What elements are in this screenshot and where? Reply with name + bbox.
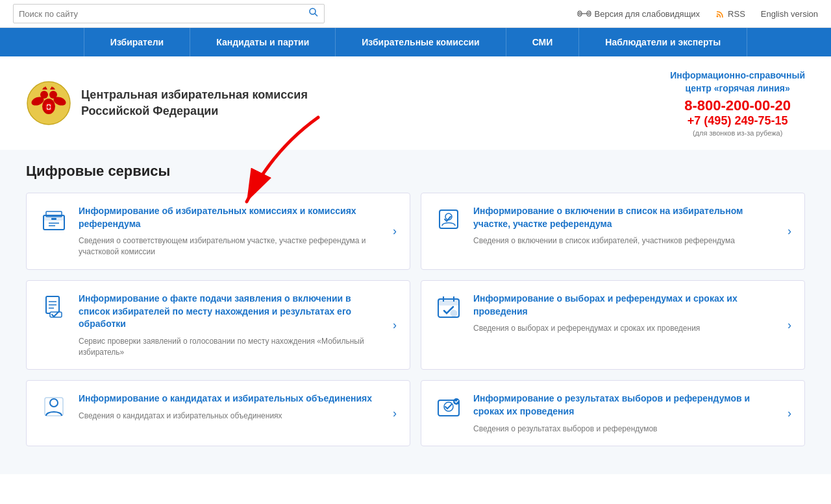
rss-label: RSS	[728, 9, 745, 19]
card-arrow-icon: ›	[384, 224, 397, 238]
checklist-icon	[434, 205, 463, 234]
card-arrow-icon: ›	[384, 407, 397, 420]
svg-point-0	[310, 8, 316, 14]
card-title: Информирование о результатах выборов и р…	[473, 392, 768, 418]
card-arrow-icon: ›	[778, 224, 791, 238]
nav-item-media[interactable]: СМИ	[506, 28, 580, 56]
svg-point-40	[50, 399, 58, 407]
nav-item-observers[interactable]: Наблюдатели и эксперты	[579, 28, 747, 56]
card-desc: Сервис проверки заявлений о голосовании …	[79, 336, 373, 358]
card-voter-list-info[interactable]: Информирование о включении в список на и…	[421, 193, 805, 270]
hotline-phone-1: 8-800-200-00-20	[670, 97, 805, 114]
card-title: Информирование о факте подачи заявления …	[79, 293, 373, 331]
header-section: Центральная избирательная комиссия Росси…	[0, 56, 831, 150]
card-arrow-icon: ›	[778, 318, 791, 332]
card-desc: Сведения о соответствующем избирательном…	[79, 235, 373, 258]
nav-item-voters[interactable]: Избиратели	[84, 28, 190, 56]
nav-item-commissions[interactable]: Избирательные комиссии	[336, 28, 506, 56]
calendar-check-icon	[434, 293, 463, 321]
org-name: Центральная избирательная комиссия Росси…	[81, 87, 308, 119]
nav-item-candidates[interactable]: Кандидаты и партии	[190, 28, 336, 56]
services-grid: Информирование об избирательных комиссия…	[26, 193, 805, 446]
search-button[interactable]	[308, 7, 319, 20]
card-content: Информирование о включении в список на и…	[473, 205, 768, 246]
hotline-area: Информационно-справочный центр «горячая …	[670, 69, 805, 137]
card-content: Информирование об избирательных комиссия…	[79, 205, 373, 258]
svg-point-20	[47, 105, 51, 109]
main-navigation: Избиратели Кандидаты и партии Избиратель…	[0, 28, 831, 56]
card-title: Информирование о включении в список на и…	[473, 205, 768, 230]
card-application-info[interactable]: Информирование о факте подачи заявления …	[26, 280, 410, 370]
svg-point-12	[40, 91, 48, 99]
title-wrapper: Цифровые сервисы	[26, 163, 805, 180]
rss-link[interactable]: RSS	[715, 9, 745, 19]
document-list-icon	[40, 293, 68, 321]
svg-point-13	[49, 91, 57, 99]
search-container	[13, 4, 325, 23]
card-content: Информирование о выборах и референдумах …	[473, 293, 768, 334]
emblem-icon	[26, 80, 71, 126]
card-title: Информирование о кандидатах и избиратель…	[79, 392, 373, 405]
section-title: Цифровые сервисы	[26, 163, 805, 180]
accessibility-link[interactable]: Версия для слабовидящих	[577, 8, 701, 19]
card-desc: Сведения о результатах выборов и референ…	[473, 424, 768, 435]
card-results-info[interactable]: Информирование о результатах выборов и р…	[421, 380, 805, 446]
svg-line-1	[315, 14, 317, 16]
svg-rect-25	[51, 218, 56, 220]
top-bar: Версия для слабовидящих RSS English vers…	[0, 0, 831, 28]
results-check-icon	[434, 392, 463, 421]
card-title: Информирование об избирательных комиссия…	[79, 205, 373, 230]
person-card-icon	[40, 392, 68, 421]
card-content: Информирование о результатах выборов и р…	[473, 392, 768, 434]
hotline-note: (для звонков из-за рубежа)	[670, 129, 805, 137]
card-desc: Сведения о кандидатах и избирательных об…	[79, 411, 373, 422]
logo-area: Центральная избирательная комиссия Росси…	[26, 80, 308, 126]
card-desc: Сведения о включении в список избирателе…	[473, 235, 768, 246]
card-elections-info[interactable]: Информирование о выборах и референдумах …	[421, 280, 805, 370]
hotline-phone-2: +7 (495) 249-75-15	[670, 114, 805, 128]
svg-point-5	[588, 12, 589, 15]
svg-point-3	[578, 12, 580, 15]
svg-point-4	[587, 11, 591, 16]
card-arrow-icon: ›	[384, 318, 397, 332]
card-commissions-info[interactable]: Информирование об избирательных комиссия…	[26, 193, 410, 270]
top-bar-right: Версия для слабовидящих RSS English vers…	[577, 8, 819, 19]
hotline-title: Информационно-справочный центр «горячая …	[670, 69, 805, 95]
svg-point-2	[578, 11, 582, 16]
card-content: Информирование о кандидатах и избиратель…	[79, 392, 373, 421]
card-candidates-info[interactable]: Информирование о кандидатах и избиратель…	[26, 380, 410, 446]
english-label: English version	[761, 9, 818, 19]
card-arrow-icon: ›	[778, 407, 791, 420]
english-version-link[interactable]: English version	[761, 9, 818, 19]
card-title: Информирование о выборах и референдумах …	[473, 293, 768, 318]
card-content: Информирование о факте подачи заявления …	[79, 293, 373, 357]
main-content: Цифровые сервисы	[0, 150, 831, 474]
svg-point-7	[717, 16, 719, 18]
accessibility-label: Версия для слабовидящих	[595, 9, 701, 19]
search-input[interactable]	[19, 9, 308, 19]
svg-rect-36	[438, 299, 459, 306]
svg-point-39	[451, 310, 457, 317]
ballot-box-icon	[40, 205, 68, 234]
card-desc: Сведения о выборах и референдумах и срок…	[473, 323, 768, 334]
